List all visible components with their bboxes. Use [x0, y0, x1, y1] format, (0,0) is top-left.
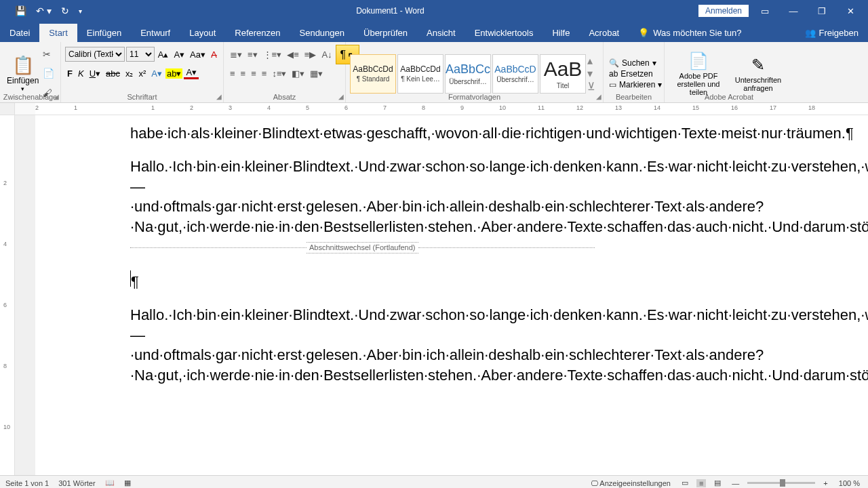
print-layout-icon[interactable]: ≡ [696, 479, 706, 487]
paragraph-launcher-icon[interactable]: ◢ [338, 93, 344, 100]
pdf-icon: 📄 [688, 52, 709, 70]
clipboard-label: Zwischenablage [0, 93, 60, 101]
zoom-out-button[interactable]: — [729, 479, 742, 487]
borders-icon[interactable]: ▦▾ [308, 68, 325, 79]
strike-button[interactable]: abc [104, 68, 122, 79]
ribbon-tabs: DateiStartEinfügenEntwurfLayoutReferenze… [0, 22, 868, 42]
tab-entwicklertools[interactable]: Entwicklertools [465, 24, 543, 42]
share-button[interactable]: 👥 Freigeben [795, 24, 868, 42]
replace-button[interactable]: abErsetzen [609, 69, 658, 79]
paragraph-4[interactable]: Hallo.·Ich·bin·ein·kleiner·Blindtext.·Un… [130, 305, 773, 385]
superscript-button[interactable]: x² [136, 68, 148, 79]
style-item[interactable]: AaBTitel [540, 54, 586, 94]
tab-einfügen[interactable]: Einfügen [77, 24, 131, 42]
underline-button[interactable]: U▾ [87, 68, 102, 79]
highlight-icon[interactable]: ab▾ [165, 68, 182, 79]
share-icon: 👥 [805, 28, 816, 38]
display-settings-button[interactable]: 🖵 Anzeigeeinstellungen [588, 479, 673, 487]
bold-button[interactable]: F [65, 68, 75, 79]
paragraph-3[interactable]: ¶ [130, 270, 773, 291]
clear-format-icon[interactable]: A̶ [209, 49, 219, 60]
align-right-icon[interactable]: ≡ [249, 68, 258, 79]
styles-label: Formatvorlagen [346, 93, 603, 101]
bullets-icon[interactable]: ≣▾ [228, 49, 244, 60]
grow-font-icon[interactable]: A▴ [156, 49, 171, 60]
ribbon-display-icon[interactable]: ▭ [753, 6, 777, 16]
search-icon: 🔍 [609, 58, 619, 68]
find-button[interactable]: 🔍Suchen ▾ [609, 58, 658, 68]
styles-more-icon[interactable]: ▴▾⊻ [587, 54, 595, 93]
paragraph-label: Absatz [224, 93, 345, 101]
line-spacing-icon[interactable]: ↕≡▾ [270, 68, 288, 79]
change-case-icon[interactable]: Aa▾ [188, 49, 208, 60]
sort-icon[interactable]: A↓ [319, 49, 334, 60]
read-mode-icon[interactable]: ▭ [679, 479, 691, 487]
style-item[interactable]: AaBbCcÜberschrif… [445, 54, 491, 94]
macros-icon[interactable]: ▦ [124, 479, 131, 487]
signature-icon: ✎ [751, 56, 765, 75]
styles-launcher-icon[interactable]: ◢ [596, 93, 601, 100]
signin-button[interactable]: Anmelden [698, 5, 749, 17]
paragraph-2[interactable]: Hallo.·Ich·bin·ein·kleiner·Blindtext.·Un… [130, 157, 773, 256]
tab-referenzen[interactable]: Referenzen [225, 24, 290, 42]
tab-hilfe[interactable]: Hilfe [542, 24, 579, 42]
paragraph-1[interactable]: habe·ich·als·kleiner·Blindtext·etwas·ges… [130, 123, 773, 143]
word-count[interactable]: 301 Wörter [58, 479, 95, 487]
title-bar: 💾 ↶ ▾ ↻ ▾ Dokument1 - Word Anmelden ▭ — … [0, 0, 868, 22]
shrink-font-icon[interactable]: A▾ [172, 49, 186, 60]
align-center-icon[interactable]: ≡ [239, 68, 248, 79]
copy-icon[interactable]: 📄 [43, 68, 54, 79]
editing-label: Bearbeiten [604, 93, 664, 101]
text-effects-icon[interactable]: A▾ [149, 68, 164, 79]
clipboard-launcher-icon[interactable]: ◢ [54, 93, 59, 100]
font-color-icon[interactable]: A▾ [184, 67, 199, 79]
style-item[interactable]: AaBbCcDd¶ Kein Lee… [397, 54, 443, 94]
spellcheck-icon[interactable]: 📖 [105, 479, 115, 487]
font-launcher-icon[interactable]: ◢ [216, 93, 222, 100]
decrease-indent-icon[interactable]: ◀≡ [285, 49, 301, 60]
justify-icon[interactable]: ≡ [260, 68, 269, 79]
tab-start[interactable]: Start [39, 24, 77, 42]
tab-layout[interactable]: Layout [180, 24, 225, 42]
web-layout-icon[interactable]: ▤ [711, 479, 724, 487]
tab-ansicht[interactable]: Ansicht [417, 24, 465, 42]
save-icon[interactable]: 💾 [15, 5, 26, 16]
align-left-icon[interactable]: ≡ [228, 68, 237, 79]
style-item[interactable]: AaBbCcDd¶ Standard [350, 54, 396, 94]
multilevel-icon[interactable]: ⋮≡▾ [261, 49, 284, 60]
maximize-button[interactable]: ❐ [810, 6, 834, 16]
vertical-ruler[interactable]: 246810 [0, 115, 15, 475]
tell-me-input[interactable]: 💡 Was möchten Sie tun? [631, 24, 748, 42]
lightbulb-icon: 💡 [638, 28, 649, 38]
page-count[interactable]: Seite 1 von 1 [5, 479, 49, 487]
numbering-icon[interactable]: ≡▾ [245, 49, 260, 60]
font-name-select[interactable]: Calibri (Textk [65, 47, 125, 62]
font-size-select[interactable]: 11 [126, 47, 155, 62]
document-page[interactable]: habe·ich·als·kleiner·Blindtext·etwas·ges… [35, 115, 868, 475]
tab-entwurf[interactable]: Entwurf [131, 24, 180, 42]
style-item[interactable]: AaBbCcDÜberschrif… [492, 54, 538, 94]
shading-icon[interactable]: ◧▾ [290, 68, 307, 79]
minimize-button[interactable]: — [781, 6, 806, 16]
tab-sendungen[interactable]: Sendungen [290, 24, 355, 42]
replace-icon: ab [609, 69, 618, 79]
redo-icon[interactable]: ↻ [61, 5, 69, 16]
zoom-level[interactable]: 100 % [836, 479, 863, 487]
increase-indent-icon[interactable]: ≡▶ [302, 49, 319, 60]
italic-button[interactable]: K [76, 68, 86, 79]
tab-acrobat[interactable]: Acrobat [579, 24, 629, 42]
clipboard-icon: 📋 [12, 55, 34, 76]
select-icon: ▭ [609, 80, 616, 89]
zoom-in-button[interactable]: + [821, 479, 830, 487]
tab-datei[interactable]: Datei [0, 24, 39, 42]
zoom-slider[interactable] [747, 482, 815, 484]
undo-icon[interactable]: ↶ ▾ [36, 5, 52, 16]
horizontal-ruler[interactable]: 21123456789101112131415161718 [0, 103, 868, 115]
tab-überprüfen[interactable]: Überprüfen [354, 24, 417, 42]
cut-icon[interactable]: ✂ [43, 49, 54, 60]
font-label: Schriftart [61, 93, 223, 101]
close-button[interactable]: ✕ [838, 6, 863, 16]
subscript-button[interactable]: x₂ [123, 68, 136, 79]
status-bar: Seite 1 von 1 301 Wörter 📖 ▦ 🖵 Anzeigeei… [0, 475, 868, 488]
select-button[interactable]: ▭Markieren ▾ [609, 80, 658, 89]
